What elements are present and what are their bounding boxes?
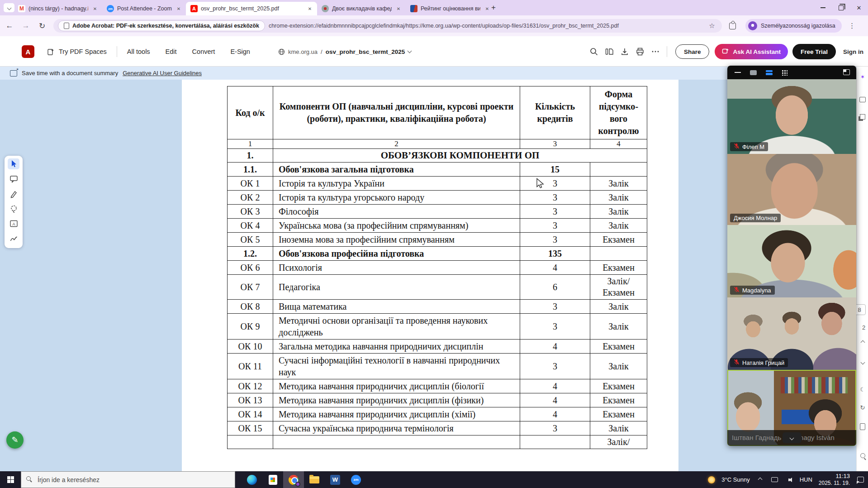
taskbar-app-button[interactable] bbox=[304, 471, 325, 488]
highlight-tool-button[interactable] bbox=[8, 188, 19, 199]
app-icon bbox=[330, 475, 340, 485]
breadcrumb-filename[interactable]: osv_prohr_bsc_termt_2025 bbox=[326, 48, 405, 55]
rotate-page-icon[interactable] bbox=[859, 403, 867, 411]
acrobat-menu-item[interactable]: All tools bbox=[127, 48, 150, 55]
show-hidden-icons-button[interactable] bbox=[756, 476, 764, 484]
breadcrumb-site[interactable]: kme.org.ua bbox=[288, 48, 318, 55]
weather-sun-icon[interactable] bbox=[708, 476, 715, 483]
bookmark-star-icon[interactable] bbox=[707, 20, 717, 31]
highlighter-icon bbox=[9, 190, 18, 198]
search-icon[interactable] bbox=[586, 44, 602, 59]
breadcrumb[interactable]: kme.org.ua / osv_prohr_bsc_termt_2025 bbox=[278, 43, 411, 61]
acrobat-logo-icon[interactable] bbox=[22, 45, 34, 58]
display-tray-icon[interactable] bbox=[771, 476, 779, 484]
banner-guidelines-link[interactable]: Generative AI User Guidelines bbox=[123, 70, 202, 77]
extension-chip[interactable]: Adobe Acrobat: PDF-ek szerkesztése, konv… bbox=[58, 20, 265, 31]
popout-layout-icon[interactable] bbox=[843, 69, 850, 75]
table-index-row: 1234 bbox=[228, 139, 647, 149]
browser-tab[interactable]: Post Attendee - Zoom bbox=[102, 2, 186, 15]
reload-button[interactable] bbox=[35, 19, 49, 33]
new-tab-button[interactable] bbox=[488, 2, 499, 14]
taskbar-app-button[interactable] bbox=[262, 471, 283, 488]
acrobat-menu-item[interactable]: Edit bbox=[166, 48, 177, 55]
browser-tab[interactable]: (nincs tárgy) - hadnagy.istvan@ bbox=[14, 2, 102, 15]
table-row: 1.ОБОВ’ЯЗКОВІ КОМПОНЕНТИ ОП bbox=[228, 149, 647, 163]
keyboard-language[interactable]: HUN bbox=[800, 476, 812, 483]
action-center-icon[interactable] bbox=[856, 476, 864, 484]
ask-ai-assistant-button[interactable]: Ask AI Assistant bbox=[715, 44, 788, 59]
search-icon bbox=[26, 476, 31, 481]
table-row: ОК 2Історія та культура угорського народ… bbox=[228, 191, 647, 205]
browser-tab[interactable]: Рейтинг оцінювання виклада bbox=[406, 2, 494, 15]
print-icon[interactable] bbox=[632, 44, 648, 59]
dark-mode-icon[interactable] bbox=[859, 385, 867, 393]
browser-menu-button[interactable] bbox=[846, 20, 858, 32]
extension-chip-label: Adobe Acrobat: PDF-ek szerkesztése, konv… bbox=[72, 23, 259, 29]
taskbar-app-button[interactable] bbox=[325, 471, 346, 488]
back-button[interactable] bbox=[3, 19, 16, 33]
more-options-icon[interactable] bbox=[648, 44, 663, 59]
select-tool-button[interactable] bbox=[8, 158, 19, 169]
taskbar-search[interactable] bbox=[21, 471, 235, 488]
url-text: chrome-extension://efaidnbmnnnibpcajpcgl… bbox=[269, 23, 707, 29]
scroll-up-icon[interactable] bbox=[859, 338, 867, 346]
free-trial-button[interactable]: Free Trial bbox=[792, 44, 836, 59]
signature-tool-button[interactable] bbox=[8, 233, 19, 244]
window-close-button[interactable] bbox=[850, 0, 868, 15]
sign-in-button[interactable]: Sign in bbox=[843, 48, 863, 55]
search-input[interactable] bbox=[21, 471, 235, 488]
attachments-panel-icon[interactable] bbox=[859, 113, 867, 121]
acrobat-menu-item[interactable]: Convert bbox=[192, 48, 215, 55]
acrobat-menu-item[interactable]: E-Sign bbox=[230, 48, 250, 55]
start-button[interactable] bbox=[0, 471, 21, 488]
participant-video[interactable]: Наталія Грицай bbox=[727, 297, 856, 370]
extensions-button[interactable] bbox=[726, 19, 739, 33]
tab-close-icon[interactable] bbox=[395, 5, 402, 12]
speaker-view-icon[interactable] bbox=[750, 70, 757, 75]
grid-view-icon[interactable] bbox=[782, 70, 787, 76]
zoom-minimize-icon[interactable] bbox=[735, 72, 741, 73]
participant-video[interactable]: Філеп М bbox=[727, 79, 856, 154]
signature-icon bbox=[9, 234, 18, 243]
taskbar-app-button[interactable] bbox=[242, 471, 262, 488]
comment-tool-button[interactable] bbox=[8, 173, 19, 184]
weather-text[interactable]: 3°C Sunny bbox=[721, 476, 749, 483]
participant-video[interactable]: Джосия Молнар bbox=[727, 154, 856, 225]
speaker-tray-icon[interactable] bbox=[785, 476, 793, 484]
browser-tab[interactable]: Двоє викладачів кафедри біол bbox=[317, 2, 406, 15]
gallery-view-icon[interactable] bbox=[766, 70, 773, 75]
tab-title: Post Attendee - Zoom bbox=[117, 5, 172, 12]
app-icon bbox=[247, 475, 257, 485]
collapse-panel-button[interactable] bbox=[783, 432, 802, 443]
zoom-tool-icon[interactable] bbox=[859, 451, 867, 459]
comments-panel-icon[interactable] bbox=[859, 96, 867, 104]
taskbar-clock[interactable]: 11:13 2025. 11. 19. bbox=[819, 473, 850, 487]
tab-search-button[interactable] bbox=[4, 3, 14, 12]
annotation-toolbar: A bbox=[5, 156, 23, 248]
window-minimize-button[interactable] bbox=[814, 0, 832, 15]
pdf-page: Код о/к Компоненти ОП (навчальні дисципл… bbox=[182, 80, 678, 471]
ai-assistant-panel-icon[interactable] bbox=[859, 73, 867, 81]
window-restore-button[interactable] bbox=[832, 0, 850, 15]
tab-close-icon[interactable] bbox=[175, 5, 182, 12]
browser-tab[interactable]: osv_prohr_bsc_termt_2025.pdf bbox=[186, 2, 317, 15]
share-button[interactable]: Share bbox=[675, 44, 710, 59]
taskbar-app-button[interactable] bbox=[346, 471, 366, 488]
profile-button[interactable]: Személyazonosság igazolása bbox=[745, 19, 842, 33]
scroll-down-icon[interactable] bbox=[859, 358, 867, 366]
download-icon[interactable] bbox=[617, 44, 632, 59]
address-bar[interactable]: Adobe Acrobat: PDF-ek szerkesztése, konv… bbox=[53, 19, 722, 33]
col-header-components: Компоненти ОП (навчальні дисципліни, кур… bbox=[273, 86, 520, 139]
page-thumbnails-icon[interactable] bbox=[602, 44, 617, 59]
participant-video[interactable]: Magdalyna bbox=[727, 225, 856, 297]
fit-page-icon[interactable] bbox=[859, 422, 867, 431]
participant-nametag: Magdalyna bbox=[730, 286, 775, 295]
forward-button[interactable] bbox=[19, 19, 33, 33]
edit-pdf-fab-button[interactable] bbox=[6, 431, 24, 449]
lasso-tool-button[interactable] bbox=[8, 203, 19, 214]
tab-close-icon[interactable] bbox=[306, 5, 313, 12]
text-box-tool-button[interactable]: A bbox=[8, 218, 19, 229]
tab-close-icon[interactable] bbox=[91, 5, 99, 12]
try-pdf-spaces-button[interactable]: Try PDF Spaces bbox=[47, 48, 107, 56]
taskbar-app-button[interactable] bbox=[283, 471, 304, 488]
